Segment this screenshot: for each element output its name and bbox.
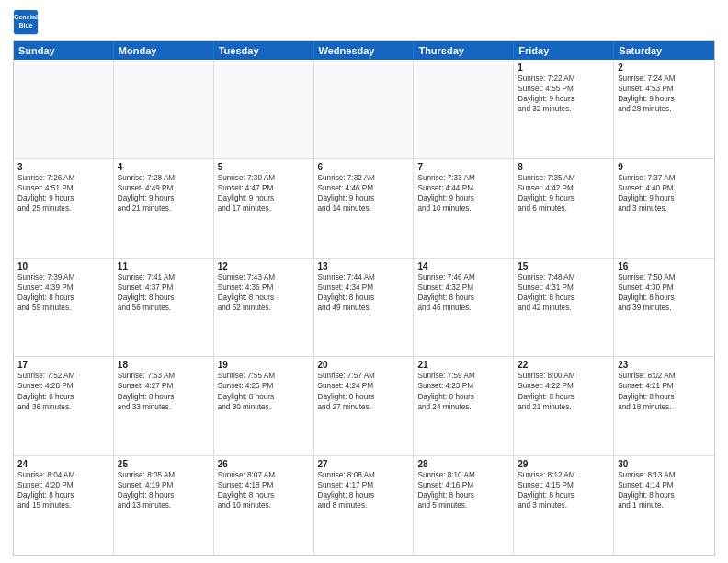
day-number: 28: [417, 459, 509, 469]
day-info: Sunrise: 7:22 AMSunset: 4:55 PMDaylight:…: [518, 74, 609, 114]
day-info: Sunrise: 7:48 AMSunset: 4:31 PMDaylight:…: [518, 272, 609, 313]
svg-text:General: General: [14, 14, 38, 20]
day-info: Sunrise: 7:33 AMSunset: 4:44 PMDaylight:…: [417, 173, 509, 213]
day-cell-27: 27Sunrise: 8:08 AMSunset: 4:17 PMDayligh…: [314, 456, 415, 555]
day-cell-22: 22Sunrise: 8:00 AMSunset: 4:22 PMDayligh…: [514, 357, 614, 455]
logo: General Blue: [13, 9, 42, 35]
day-info: Sunrise: 7:24 AMSunset: 4:53 PMDaylight:…: [618, 74, 711, 114]
calendar-row-0: 1Sunrise: 7:22 AMSunset: 4:55 PMDaylight…: [14, 60, 714, 158]
calendar-row-4: 24Sunrise: 8:04 AMSunset: 4:20 PMDayligh…: [14, 455, 714, 555]
day-info: Sunrise: 8:10 AMSunset: 4:16 PMDaylight:…: [417, 470, 509, 511]
day-number: 10: [17, 261, 109, 271]
day-number: 19: [218, 360, 310, 370]
day-cell-29: 29Sunrise: 8:12 AMSunset: 4:15 PMDayligh…: [514, 456, 614, 555]
day-number: 23: [618, 360, 711, 370]
day-info: Sunrise: 8:13 AMSunset: 4:14 PMDaylight:…: [618, 470, 711, 511]
day-number: 8: [518, 162, 609, 172]
day-cell-2: 2Sunrise: 7:24 AMSunset: 4:53 PMDaylight…: [614, 60, 714, 158]
calendar-row-3: 17Sunrise: 7:52 AMSunset: 4:28 PMDayligh…: [14, 356, 714, 455]
day-number: 26: [218, 459, 310, 469]
header-day-monday: Monday: [114, 41, 214, 60]
day-info: Sunrise: 8:00 AMSunset: 4:22 PMDaylight:…: [518, 371, 609, 411]
day-number: 7: [417, 162, 509, 172]
day-cell-1: 1Sunrise: 7:22 AMSunset: 4:55 PMDaylight…: [514, 60, 614, 158]
day-info: Sunrise: 7:43 AMSunset: 4:36 PMDaylight:…: [218, 272, 310, 313]
day-number: 17: [17, 360, 109, 370]
day-number: 2: [618, 63, 711, 73]
empty-cell: [414, 60, 514, 158]
day-cell-17: 17Sunrise: 7:52 AMSunset: 4:28 PMDayligh…: [14, 357, 114, 455]
day-info: Sunrise: 8:07 AMSunset: 4:18 PMDaylight:…: [218, 470, 310, 511]
day-cell-24: 24Sunrise: 8:04 AMSunset: 4:20 PMDayligh…: [14, 456, 114, 555]
day-cell-10: 10Sunrise: 7:39 AMSunset: 4:39 PMDayligh…: [14, 259, 114, 357]
day-info: Sunrise: 8:12 AMSunset: 4:15 PMDaylight:…: [518, 470, 609, 511]
day-info: Sunrise: 7:37 AMSunset: 4:40 PMDaylight:…: [618, 173, 711, 213]
day-cell-18: 18Sunrise: 7:53 AMSunset: 4:27 PMDayligh…: [114, 357, 214, 455]
day-cell-20: 20Sunrise: 7:57 AMSunset: 4:24 PMDayligh…: [314, 357, 415, 455]
day-cell-7: 7Sunrise: 7:33 AMSunset: 4:44 PMDaylight…: [414, 159, 514, 258]
day-number: 22: [518, 360, 609, 370]
day-info: Sunrise: 7:53 AMSunset: 4:27 PMDaylight:…: [118, 371, 210, 411]
day-info: Sunrise: 7:28 AMSunset: 4:49 PMDaylight:…: [118, 173, 210, 213]
header-day-friday: Friday: [514, 41, 614, 60]
calendar: SundayMondayTuesdayWednesdayThursdayFrid…: [13, 40, 715, 556]
day-cell-11: 11Sunrise: 7:41 AMSunset: 4:37 PMDayligh…: [114, 259, 214, 357]
day-number: 27: [318, 459, 410, 469]
day-info: Sunrise: 7:32 AMSunset: 4:46 PMDaylight:…: [318, 173, 410, 213]
day-cell-30: 30Sunrise: 8:13 AMSunset: 4:14 PMDayligh…: [614, 456, 714, 555]
day-info: Sunrise: 7:35 AMSunset: 4:42 PMDaylight:…: [518, 173, 609, 213]
header-day-sunday: Sunday: [14, 41, 114, 60]
header-day-thursday: Thursday: [414, 41, 514, 60]
day-cell-3: 3Sunrise: 7:26 AMSunset: 4:51 PMDaylight…: [14, 159, 114, 258]
day-info: Sunrise: 8:04 AMSunset: 4:20 PMDaylight:…: [17, 470, 109, 511]
day-number: 25: [118, 459, 210, 469]
day-cell-28: 28Sunrise: 8:10 AMSunset: 4:16 PMDayligh…: [414, 456, 514, 555]
day-info: Sunrise: 7:39 AMSunset: 4:39 PMDaylight:…: [17, 272, 109, 313]
day-info: Sunrise: 7:52 AMSunset: 4:28 PMDaylight:…: [17, 371, 109, 411]
day-cell-23: 23Sunrise: 8:02 AMSunset: 4:21 PMDayligh…: [614, 357, 714, 455]
day-cell-16: 16Sunrise: 7:50 AMSunset: 4:30 PMDayligh…: [614, 259, 714, 357]
day-cell-14: 14Sunrise: 7:46 AMSunset: 4:32 PMDayligh…: [414, 259, 514, 357]
day-info: Sunrise: 7:41 AMSunset: 4:37 PMDaylight:…: [118, 272, 210, 313]
day-info: Sunrise: 8:02 AMSunset: 4:21 PMDaylight:…: [618, 371, 711, 411]
day-number: 6: [318, 162, 410, 172]
day-number: 20: [318, 360, 410, 370]
empty-cell: [314, 60, 415, 158]
day-cell-15: 15Sunrise: 7:48 AMSunset: 4:31 PMDayligh…: [514, 259, 614, 357]
calendar-header: SundayMondayTuesdayWednesdayThursdayFrid…: [14, 41, 714, 60]
day-cell-26: 26Sunrise: 8:07 AMSunset: 4:18 PMDayligh…: [214, 456, 314, 555]
day-number: 30: [618, 459, 711, 469]
day-number: 21: [417, 360, 509, 370]
day-number: 12: [218, 261, 310, 271]
day-number: 14: [417, 261, 509, 271]
day-cell-9: 9Sunrise: 7:37 AMSunset: 4:40 PMDaylight…: [614, 159, 714, 258]
day-info: Sunrise: 7:30 AMSunset: 4:47 PMDaylight:…: [218, 173, 310, 213]
day-number: 15: [518, 261, 609, 271]
header-row: General Blue: [13, 9, 715, 35]
day-info: Sunrise: 7:26 AMSunset: 4:51 PMDaylight:…: [17, 173, 109, 213]
calendar-row-2: 10Sunrise: 7:39 AMSunset: 4:39 PMDayligh…: [14, 258, 714, 357]
day-number: 18: [118, 360, 210, 370]
day-number: 16: [618, 261, 711, 271]
day-number: 1: [518, 63, 609, 73]
day-cell-25: 25Sunrise: 8:05 AMSunset: 4:19 PMDayligh…: [114, 456, 214, 555]
empty-cell: [214, 60, 314, 158]
day-cell-19: 19Sunrise: 7:55 AMSunset: 4:25 PMDayligh…: [214, 357, 314, 455]
empty-cell: [14, 60, 114, 158]
day-info: Sunrise: 7:55 AMSunset: 4:25 PMDaylight:…: [218, 371, 310, 411]
day-cell-12: 12Sunrise: 7:43 AMSunset: 4:36 PMDayligh…: [214, 259, 314, 357]
day-number: 13: [318, 261, 410, 271]
day-info: Sunrise: 8:05 AMSunset: 4:19 PMDaylight:…: [118, 470, 210, 511]
day-cell-21: 21Sunrise: 7:59 AMSunset: 4:23 PMDayligh…: [414, 357, 514, 455]
day-info: Sunrise: 7:46 AMSunset: 4:32 PMDaylight:…: [417, 272, 509, 313]
day-info: Sunrise: 8:08 AMSunset: 4:17 PMDaylight:…: [318, 470, 410, 511]
header-day-tuesday: Tuesday: [214, 41, 314, 60]
day-cell-13: 13Sunrise: 7:44 AMSunset: 4:34 PMDayligh…: [314, 259, 415, 357]
day-info: Sunrise: 7:57 AMSunset: 4:24 PMDaylight:…: [318, 371, 410, 411]
day-cell-5: 5Sunrise: 7:30 AMSunset: 4:47 PMDaylight…: [214, 159, 314, 258]
day-cell-8: 8Sunrise: 7:35 AMSunset: 4:42 PMDaylight…: [514, 159, 614, 258]
day-info: Sunrise: 7:50 AMSunset: 4:30 PMDaylight:…: [618, 272, 711, 313]
day-cell-4: 4Sunrise: 7:28 AMSunset: 4:49 PMDaylight…: [114, 159, 214, 258]
empty-cell: [114, 60, 214, 158]
calendar-row-1: 3Sunrise: 7:26 AMSunset: 4:51 PMDaylight…: [14, 158, 714, 258]
